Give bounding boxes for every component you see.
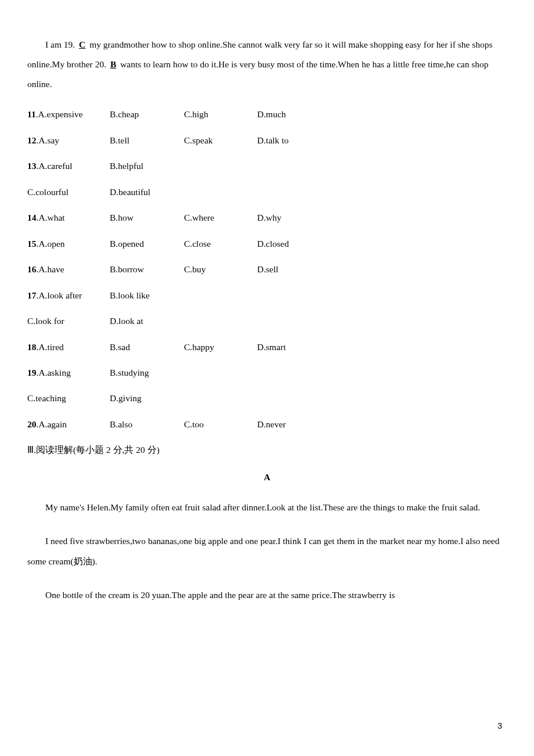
- question-option: C.look for: [27, 315, 110, 327]
- question-option-text: D.closed: [257, 239, 289, 249]
- question-row: 19.A.askingB.studying: [27, 366, 507, 379]
- passage-label: A: [27, 471, 507, 484]
- question-option: 17.A.look after: [27, 289, 110, 302]
- question-option: B.tell: [110, 134, 184, 147]
- question-row: 18.A.tiredB.sadC.happyD.smart: [27, 341, 507, 354]
- question-option: C.teaching: [27, 392, 110, 405]
- question-option-text: B.sad: [110, 342, 130, 352]
- question-option-text: C.close: [184, 239, 211, 249]
- question-option-text: D.sell: [257, 264, 279, 274]
- question-option-text: A.again: [38, 419, 67, 429]
- question-option: 13.A.careful: [27, 160, 110, 172]
- question-option-text: B.studying: [110, 368, 149, 377]
- page-number: 3: [497, 720, 502, 732]
- question-number: 15: [27, 239, 37, 249]
- question-option: 19.A.asking: [27, 366, 110, 379]
- question-option-text: B.cheap: [110, 109, 139, 119]
- question-option: D.smart: [257, 341, 344, 354]
- question-option: D.closed: [257, 237, 344, 250]
- section-3-title: Ⅲ.阅读理解(每小题 2 分,共 20 分): [27, 444, 507, 456]
- question-option: C.high: [184, 108, 257, 121]
- question-option: 14.A.what: [27, 211, 110, 224]
- question-option: C.happy: [184, 341, 257, 354]
- question-row: 15.A.openB.openedC.closeD.closed: [27, 237, 507, 250]
- question-row: 14.A.whatB.howC.whereD.why: [27, 211, 507, 224]
- cloze-answer-20: B: [109, 59, 118, 69]
- question-option-text: C.teaching: [27, 393, 66, 403]
- question-option-text: B.look like: [110, 290, 150, 300]
- question-option-text: C.buy: [184, 264, 205, 274]
- question-option-text: B.tell: [110, 135, 129, 145]
- question-option: B.also: [110, 418, 184, 431]
- question-option: D.why: [257, 211, 344, 224]
- cloze-seg1: I am 19.: [45, 39, 75, 49]
- question-option-text: A.tired: [38, 342, 63, 352]
- question-option-text: D.look at: [110, 316, 143, 326]
- question-option: B.how: [110, 211, 184, 224]
- question-option-text: B.borrow: [110, 264, 144, 274]
- question-row: 12.A.sayB.tellC.speakD.talk to: [27, 134, 507, 147]
- passage-para-2: I need five strawberries,two bananas,one…: [27, 531, 507, 571]
- question-row-cont: C.teachingD.giving: [27, 392, 507, 405]
- question-option: D.talk to: [257, 134, 344, 147]
- question-row: 16.A.haveB.borrowC.buyD.sell: [27, 263, 507, 276]
- passage-para-3: One bottle of the cream is 20 yuan.The a…: [27, 585, 507, 605]
- passage-para-1: My name's Helen.My family often eat frui…: [27, 498, 507, 517]
- question-number: 12: [27, 135, 37, 145]
- question-option: B.look like: [110, 289, 184, 302]
- cloze-answer-19: C: [77, 39, 87, 49]
- question-number: 17: [27, 290, 37, 300]
- question-option: 15.A.open: [27, 237, 110, 250]
- question-option: D.giving: [110, 392, 184, 405]
- question-option-text: D.giving: [110, 393, 142, 403]
- question-option: D.never: [257, 418, 344, 431]
- question-option-text: C.look for: [27, 316, 64, 326]
- question-option-text: C.too: [184, 419, 204, 429]
- question-option: C.colourful: [27, 186, 110, 199]
- question-number: 18: [27, 342, 37, 352]
- question-row-cont: C.colourfulD.beautiful: [27, 186, 507, 199]
- question-row: 17.A.look afterB.look like: [27, 289, 507, 302]
- question-option: 12.A.say: [27, 134, 110, 147]
- question-row: 20.A.againB.alsoC.tooD.never: [27, 418, 507, 431]
- question-option: 16.A.have: [27, 263, 110, 276]
- question-option: D.much: [257, 108, 344, 121]
- question-option: C.where: [184, 211, 257, 224]
- question-option: B.helpful: [110, 160, 184, 172]
- question-option: B.sad: [110, 341, 184, 354]
- question-option-text: A.asking: [38, 368, 71, 377]
- question-option-text: A.look after: [38, 290, 82, 300]
- question-option: B.cheap: [110, 108, 184, 121]
- question-option-text: A.have: [38, 264, 64, 274]
- question-option-text: D.smart: [257, 342, 286, 352]
- question-option-text: B.opened: [110, 239, 144, 249]
- question-option-text: D.talk to: [257, 135, 288, 145]
- question-option-text: A.say: [38, 135, 59, 145]
- question-row-cont: C.look forD.look at: [27, 315, 507, 327]
- question-row: 13.A.carefulB.helpful: [27, 160, 507, 172]
- question-option-text: D.much: [257, 109, 286, 119]
- question-option: B.borrow: [110, 263, 184, 276]
- question-row: 11.A.expensiveB.cheapC.highD.much: [27, 108, 507, 121]
- question-option: B.opened: [110, 237, 184, 250]
- question-option-text: B.how: [110, 213, 134, 222]
- question-option: D.look at: [110, 315, 184, 327]
- question-number: 14: [27, 213, 37, 222]
- question-option-text: B.also: [110, 419, 132, 429]
- question-number: 11: [27, 109, 36, 119]
- question-option-text: A.what: [38, 213, 64, 222]
- question-option-text: D.never: [257, 419, 286, 429]
- question-option: B.studying: [110, 366, 184, 379]
- question-option: 11.A.expensive: [27, 108, 110, 121]
- question-option-text: B.helpful: [110, 161, 143, 171]
- question-option: 20.A.again: [27, 418, 110, 431]
- question-option-text: C.speak: [184, 135, 213, 145]
- question-option-text: C.colourful: [27, 187, 68, 197]
- question-option: D.sell: [257, 263, 344, 276]
- question-option-text: A.expensive: [38, 109, 83, 119]
- question-option: C.close: [184, 237, 257, 250]
- question-option-text: D.beautiful: [110, 187, 150, 197]
- question-option-text: C.high: [184, 109, 208, 119]
- question-option: C.speak: [184, 134, 257, 147]
- question-number: 20: [27, 419, 37, 429]
